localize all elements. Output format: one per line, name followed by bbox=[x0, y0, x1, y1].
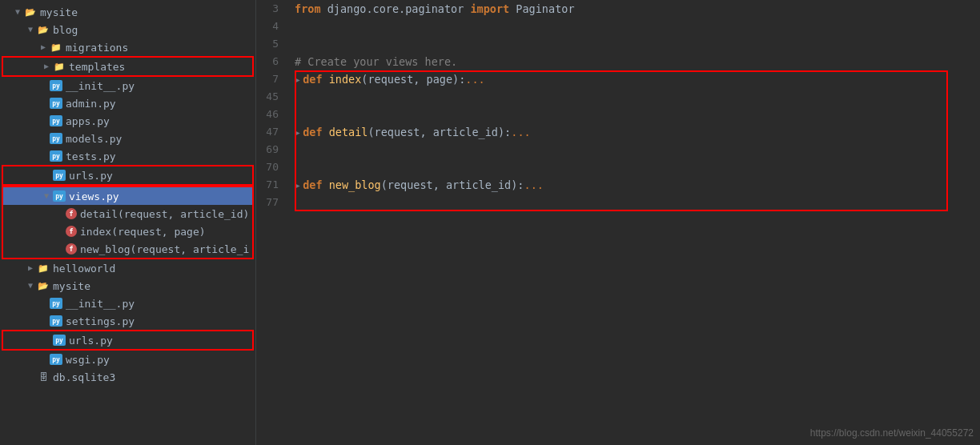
sidebar-item-urls-blog[interactable]: py urls.py bbox=[3, 166, 252, 184]
comment-text: # Create your views here. bbox=[295, 53, 457, 70]
code-line-3: from django.core.paginator import Pagina… bbox=[295, 0, 980, 18]
module-name: django.core.paginator bbox=[321, 0, 471, 18]
py-icon-apps: py bbox=[50, 114, 62, 127]
arrow-mysite bbox=[13, 7, 22, 17]
func-icon-index: f bbox=[66, 226, 77, 237]
sidebar-item-helloworld[interactable]: 📁 helloworld bbox=[0, 259, 255, 277]
keyword-def-index: def bbox=[303, 70, 329, 88]
arrow-templates bbox=[42, 62, 51, 71]
views-group-redbox: py views.py f detail(request, article_id… bbox=[2, 186, 254, 259]
sidebar-item-label: wsgi.py bbox=[66, 354, 110, 366]
sidebar-item-label: urls.py bbox=[69, 170, 113, 182]
code-line-69 bbox=[295, 141, 980, 158]
db-icon: 🗄 bbox=[37, 371, 50, 383]
keyword-def-new-blog: def bbox=[303, 176, 329, 194]
keyword-import: import bbox=[470, 0, 509, 18]
sidebar-item-label: migrations bbox=[66, 42, 128, 54]
line-num-77: 77 bbox=[256, 194, 285, 211]
collapse-icon-index[interactable]: ▸ bbox=[295, 70, 301, 88]
sidebar-item-func-detail[interactable]: f detail(request, article_id) bbox=[3, 205, 252, 222]
sidebar-item-label: urls.py bbox=[69, 335, 113, 347]
collapse-icon-new-blog[interactable]: ▸ bbox=[295, 176, 301, 194]
sidebar-item-label: mysite bbox=[53, 280, 90, 292]
sidebar-item-label: settings.py bbox=[66, 315, 135, 327]
code-line-46 bbox=[295, 106, 980, 123]
sidebar-item-mysite-inner[interactable]: 📂 mysite bbox=[0, 277, 255, 295]
sidebar-item-urls-mysite[interactable]: py urls.py bbox=[3, 331, 252, 349]
sidebar-item-label: __init__.py bbox=[66, 80, 135, 92]
folder-open-icon: 📂 bbox=[24, 6, 37, 18]
line-num-7: 7 bbox=[256, 70, 285, 88]
sidebar-item-views[interactable]: py views.py bbox=[3, 187, 252, 205]
line-num-6: 6 bbox=[256, 53, 285, 70]
ellipsis-new-blog: ... bbox=[524, 176, 544, 194]
line-numbers: 3 4 5 6 7 45 46 47 69 70 71 77 bbox=[256, 0, 291, 445]
func-icon-new-blog: f bbox=[66, 243, 77, 255]
arrow-helloworld bbox=[26, 263, 35, 273]
py-icon-tests: py bbox=[50, 150, 62, 162]
sidebar-item-label: models.py bbox=[66, 133, 122, 145]
sidebar-item-mysite[interactable]: 📂 mysite bbox=[0, 3, 255, 21]
folder-open-icon-blog: 📂 bbox=[37, 23, 50, 36]
func-icon-detail: f bbox=[66, 208, 77, 219]
sidebar-item-apps[interactable]: py apps.py bbox=[0, 112, 255, 130]
sidebar-item-label: detail(request, article_id) bbox=[80, 208, 249, 220]
func-params-index: (request, page): bbox=[361, 70, 465, 88]
sidebar-item-label: db.sqlite3 bbox=[53, 371, 115, 383]
sidebar-item-tests[interactable]: py tests.py bbox=[0, 147, 255, 165]
folder-open-icon-mysite-inner: 📂 bbox=[37, 279, 50, 292]
sidebar-item-migrations[interactable]: 📁 migrations bbox=[0, 38, 255, 56]
line-num-5: 5 bbox=[256, 35, 285, 53]
sidebar-item-init2[interactable]: py __init__.py bbox=[0, 295, 255, 312]
sidebar-item-label: tests.py bbox=[66, 150, 116, 162]
sidebar-item-init[interactable]: py __init__.py bbox=[0, 77, 255, 94]
file-tree[interactable]: 📂 mysite 📂 blog 📁 migrations 📁 templates… bbox=[0, 0, 256, 445]
editor-content: 3 4 5 6 7 45 46 47 69 70 71 77 from djan… bbox=[256, 0, 980, 445]
sidebar-item-func-index[interactable]: f index(request, page) bbox=[3, 222, 252, 240]
sidebar-item-admin[interactable]: py admin.py bbox=[0, 94, 255, 112]
func-params-new-blog: (request, article_id): bbox=[381, 176, 524, 194]
code-line-70 bbox=[295, 158, 980, 176]
code-line-4 bbox=[295, 18, 980, 35]
sidebar-item-wsgi[interactable]: py wsgi.py bbox=[0, 351, 255, 368]
ellipsis-detail: ... bbox=[511, 123, 530, 141]
sidebar-item-db[interactable]: 🗄 db.sqlite3 bbox=[0, 368, 255, 386]
func-name-index: index bbox=[329, 70, 362, 88]
sidebar-item-label: admin.py bbox=[66, 98, 116, 110]
sidebar-item-label: mysite bbox=[40, 6, 78, 18]
line-num-4: 4 bbox=[256, 18, 285, 35]
line-num-70: 70 bbox=[256, 158, 285, 176]
sidebar-item-models[interactable]: py models.py bbox=[0, 130, 255, 147]
code-line-7: ▸ def index (request, page): ... bbox=[295, 70, 980, 88]
py-icon-init: py bbox=[50, 79, 62, 92]
sidebar-item-label: helloworld bbox=[53, 263, 115, 275]
code-line-6: # Create your views here. bbox=[295, 53, 980, 70]
py-icon-init2: py bbox=[50, 297, 62, 310]
code-line-77 bbox=[295, 194, 980, 211]
urls-blog-redbox: py urls.py bbox=[2, 165, 254, 186]
sidebar-item-label: blog bbox=[53, 24, 78, 36]
sidebar-item-templates[interactable]: 📁 templates bbox=[3, 58, 252, 75]
sidebar-item-label: new_blog(request, article_i bbox=[80, 243, 249, 255]
sidebar-item-blog[interactable]: 📂 blog bbox=[0, 21, 255, 38]
folder-icon-migrations: 📁 bbox=[50, 41, 62, 54]
arrow-views bbox=[42, 191, 51, 201]
py-icon-urls-mysite: py bbox=[53, 334, 66, 347]
sidebar-item-settings[interactable]: py settings.py bbox=[0, 312, 255, 330]
arrow-blog bbox=[26, 25, 35, 34]
watermark: https://blog.csdn.net/weixin_44055272 bbox=[810, 424, 974, 442]
collapse-icon-detail[interactable]: ▸ bbox=[295, 123, 301, 141]
py-icon-urls-blog: py bbox=[53, 169, 66, 182]
code-line-5 bbox=[295, 35, 980, 53]
line-num-71: 71 bbox=[256, 176, 285, 194]
line-num-46: 46 bbox=[256, 106, 285, 123]
sidebar-item-func-new-blog[interactable]: f new_blog(request, article_i bbox=[3, 240, 252, 258]
code-line-71: ▸ def new_blog (request, article_id): ..… bbox=[295, 176, 980, 194]
code-editor: 3 4 5 6 7 45 46 47 69 70 71 77 from djan… bbox=[256, 0, 980, 445]
py-icon-settings: py bbox=[50, 315, 62, 327]
folder-icon-templates: 📁 bbox=[53, 60, 66, 73]
code-lines[interactable]: from django.core.paginator import Pagina… bbox=[291, 0, 980, 445]
sidebar-item-label: index(request, page) bbox=[80, 226, 206, 238]
sidebar-item-label: __init__.py bbox=[66, 298, 135, 310]
func-params-detail: (request, article_id): bbox=[368, 123, 511, 141]
